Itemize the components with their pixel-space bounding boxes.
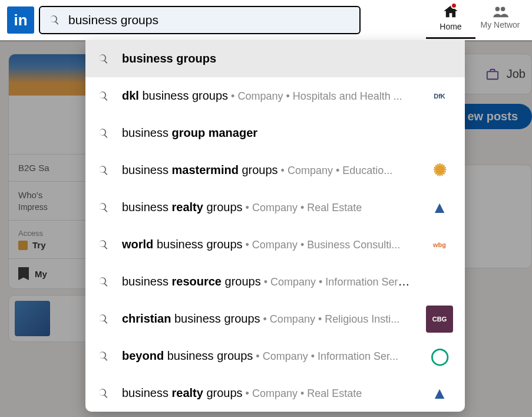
company-logo: ▲ [426, 194, 453, 221]
suggestion-text: business resource groups • Company • Inf… [122, 275, 413, 288]
suggestion-text: business realty groups • Company • Real … [122, 201, 413, 214]
search-icon [97, 53, 109, 65]
suggestion-text: business group manager [122, 126, 413, 140]
suggestion-text: business groups [122, 52, 413, 65]
search-icon [97, 127, 109, 139]
suggestion-item[interactable]: business groups [85, 40, 465, 77]
company-logo: ✺ [426, 157, 453, 184]
company-logo: DfK [426, 83, 453, 110]
search-icon [97, 388, 109, 399]
search-icon [97, 165, 109, 176]
suggestion-item[interactable]: dkl business groups • Company • Hospital… [85, 77, 465, 114]
svg-point-0 [495, 7, 500, 11]
search-suggestions-dropdown: business groupsdkl business groups • Com… [85, 40, 465, 412]
company-logo: ◯ [426, 343, 453, 370]
company-logo [426, 120, 453, 147]
search-icon [48, 14, 60, 26]
suggestion-item[interactable]: business resource groups • Company • Inf… [85, 263, 465, 300]
suggestion-item[interactable]: business group manager [85, 114, 465, 152]
suggestion-item[interactable]: world business groups • Company • Busine… [85, 226, 465, 263]
notification-dot-icon [451, 2, 457, 9]
company-logo: wbg [426, 231, 453, 258]
company-logo: ▲ [426, 380, 453, 407]
suggestion-text: christian business groups • Company • Re… [122, 312, 413, 326]
suggestion-item[interactable]: christian business groups • Company • Re… [85, 300, 465, 337]
suggestion-item[interactable]: business realty groups • Company • Real … [85, 375, 465, 412]
suggestion-text: business realty groups • Company • Real … [122, 386, 413, 400]
search-box[interactable] [39, 6, 361, 34]
suggestion-item[interactable]: business realty groups • Company • Real … [85, 189, 465, 226]
top-nav: Home My Networ [426, 1, 525, 39]
suggestion-text: business mastermind groups • Company • E… [122, 163, 413, 177]
nav-home-label: Home [440, 22, 461, 31]
search-icon [97, 90, 109, 102]
search-wrapper: business groupsdkl business groups • Com… [39, 6, 361, 34]
suggestion-text: world business groups • Company • Busine… [122, 238, 413, 251]
people-icon [491, 4, 509, 20]
suggestion-text: dkl business groups • Company • Hospital… [122, 89, 413, 103]
nav-network-label: My Networ [481, 20, 520, 29]
company-logo: CBG [426, 306, 453, 333]
suggestion-text: beyond business groups • Company • Infor… [122, 349, 413, 363]
company-logo [426, 268, 453, 295]
search-icon [97, 276, 109, 288]
nav-network[interactable]: My Networ [475, 1, 525, 39]
suggestion-item[interactable]: business mastermind groups • Company • E… [85, 152, 465, 189]
company-logo [426, 45, 453, 73]
nav-home[interactable]: Home [426, 1, 475, 39]
suggestion-item[interactable]: beyond business groups • Company • Infor… [85, 337, 465, 375]
search-icon [97, 202, 109, 214]
search-input[interactable] [68, 13, 351, 27]
linkedin-logo[interactable]: in [7, 6, 34, 34]
search-icon [97, 239, 109, 251]
header-bar: in business groupsdkl business groups • … [0, 0, 532, 40]
svg-point-1 [501, 7, 505, 11]
search-icon [97, 313, 109, 325]
search-icon [97, 350, 109, 362]
